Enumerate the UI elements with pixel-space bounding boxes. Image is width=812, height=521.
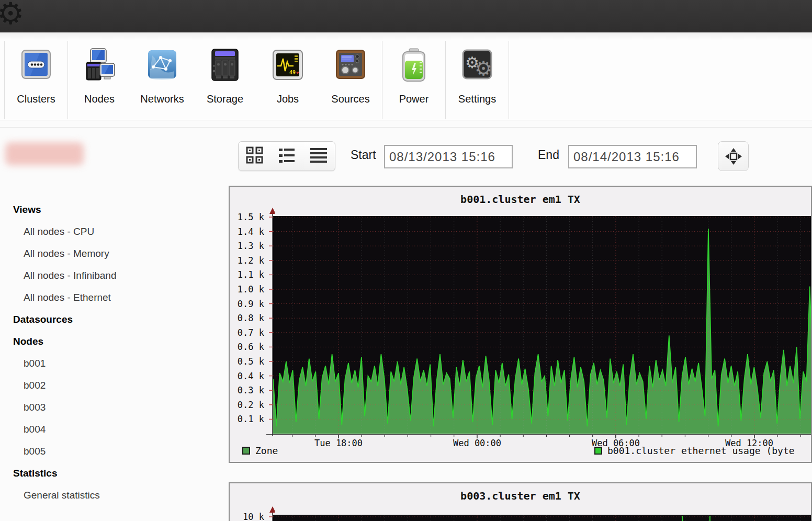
toolbar-group: ⚙⚙Settings: [446, 41, 509, 119]
x-tick-label: Tue 18:00: [307, 438, 370, 448]
sidebar-header-statistics[interactable]: Statistics: [0, 462, 229, 484]
app-window: ⚙ ClustersNodesNetworksStorage49♥JobsSou…: [0, 0, 812, 521]
storage-icon: [208, 48, 242, 85]
list-view-button[interactable]: [275, 145, 298, 168]
gear-icon[interactable]: ⚙: [0, 0, 24, 31]
sidebar: ViewsAll nodes - CPUAll nodes - MemoryAl…: [0, 128, 229, 521]
chart-title: b001.cluster em1 TX: [230, 193, 811, 206]
cluster-name-redacted[interactable]: [5, 142, 84, 165]
y-tick-label: 0.5 k: [233, 356, 264, 367]
toolbar-button-sources[interactable]: Sources: [319, 41, 382, 119]
y-axis: [267, 506, 275, 521]
y-tick-label: 0.9 k: [233, 299, 264, 309]
y-tick-label: 0.3 k: [233, 385, 264, 395]
sidebar-nav: ViewsAll nodes - CPUAll nodes - MemoryAl…: [0, 199, 229, 506]
svg-text:♥: ♥: [296, 70, 299, 75]
toolbar-button-jobs[interactable]: 49♥Jobs: [256, 41, 319, 119]
legend-item: Zone: [242, 445, 278, 456]
y-tick-label: 10 k: [233, 512, 264, 521]
toolbar-button-label: Settings: [458, 93, 496, 105]
sidebar-header-nodes[interactable]: Nodes: [0, 331, 229, 353]
svg-text:49: 49: [289, 70, 296, 75]
sidebar-header-views[interactable]: Views: [0, 199, 229, 221]
title-bar: ⚙: [0, 0, 812, 32]
y-axis: [267, 208, 275, 437]
y-tick-label: 1.2 k: [233, 255, 264, 266]
sidebar-item-all-nodes-memory[interactable]: All nodes - Memory: [0, 243, 229, 265]
toolbar-button-label: Clusters: [17, 93, 55, 105]
start-date-input[interactable]: [384, 145, 513, 168]
start-label: Start: [351, 148, 376, 162]
toolbar-button-nodes[interactable]: Nodes: [68, 41, 131, 119]
y-tick-label: 1.0 k: [233, 284, 264, 295]
chart-plot-area: [273, 515, 812, 521]
toolbar-button-power[interactable]: Power: [382, 41, 445, 119]
toolbar-button-label: Sources: [331, 93, 369, 105]
legend-label: Zone: [255, 445, 278, 456]
power-icon: [397, 48, 431, 85]
y-tick-label: 1.3 k: [233, 241, 264, 251]
toolbar-button-networks[interactable]: Networks: [131, 41, 194, 119]
toolbar-group: Clusters: [4, 41, 68, 119]
toolbar-button-storage[interactable]: Storage: [194, 41, 256, 119]
sidebar-item-b001[interactable]: b001: [0, 353, 229, 375]
sidebar-item-b005[interactable]: b005: [0, 440, 229, 462]
toolbar-button-label: Power: [399, 93, 429, 105]
sidebar-item-general-statistics[interactable]: General statistics: [0, 484, 229, 506]
grid-view-icon: [245, 145, 265, 167]
list-view-icon: [277, 145, 297, 167]
y-tick-label: 1.5 k: [233, 212, 264, 222]
toolbar-button-label: Jobs: [277, 93, 299, 105]
nodes-icon: [82, 48, 117, 85]
toolbar-button-label: Networks: [140, 93, 184, 105]
chart-title: b003.cluster em1 TX: [230, 490, 811, 502]
y-tick-label: 0.7 k: [233, 327, 264, 338]
chart-panel-b001[interactable]: b001.cluster em1 TX 1.5 k1.4 k1.3 k1.2 k…: [229, 186, 812, 463]
detail-view-icon: [309, 145, 329, 167]
sidebar-item-all-nodes-cpu[interactable]: All nodes - CPU: [0, 221, 229, 243]
networks-icon: [145, 48, 179, 85]
sidebar-item-b002[interactable]: b002: [0, 375, 229, 397]
detail-view-button[interactable]: [307, 145, 330, 168]
sidebar-header-datasources[interactable]: Datasources: [0, 309, 229, 331]
grid-view-button[interactable]: [243, 145, 266, 168]
toolbar-group: Power: [382, 41, 446, 119]
sidebar-item-all-nodes-ethernet[interactable]: All nodes - Ethernet: [0, 287, 229, 309]
y-tick-label: 1.4 k: [233, 226, 264, 237]
y-tick-label: 0.2 k: [233, 400, 264, 410]
y-tick-label: 0.6 k: [233, 342, 264, 352]
legend-item: b001.cluster ethernet usage (byte: [594, 445, 795, 456]
toolbar-button-label: Storage: [207, 93, 243, 105]
svg-text:⚙: ⚙: [475, 58, 492, 80]
main-toolbar: ClustersNodesNetworksStorage49♥JobsSourc…: [0, 32, 812, 120]
x-tick-label: Wed 00:00: [446, 438, 509, 448]
settings-icon: ⚙⚙: [460, 48, 494, 85]
jobs-icon: 49♥: [270, 48, 305, 85]
y-tick-label: 1.1 k: [233, 269, 264, 280]
end-label: End: [538, 148, 559, 162]
y-tick-label: 0.8 k: [233, 313, 264, 323]
toolbar-button-label: Nodes: [84, 93, 115, 105]
toolbar-button-settings[interactable]: ⚙⚙Settings: [446, 41, 509, 119]
chart-plot-area: [273, 216, 812, 434]
sidebar-item-b003[interactable]: b003: [0, 397, 229, 418]
y-tick-label: 0.4 k: [233, 371, 264, 381]
chart-panel-b003[interactable]: b003.cluster em1 TX 10 k: [229, 482, 812, 521]
sidebar-item-all-nodes-infiniband[interactable]: All nodes - Infiniband: [0, 265, 229, 287]
pan-move-icon: [724, 147, 743, 166]
sidebar-item-b004[interactable]: b004: [0, 418, 229, 440]
y-tick-label: 0.1 k: [233, 414, 264, 424]
legend-swatch-icon: [242, 447, 250, 455]
end-date-input[interactable]: [568, 145, 697, 168]
clusters-icon: [19, 48, 53, 85]
sources-icon: [333, 48, 368, 85]
toolbar-button-clusters[interactable]: Clusters: [5, 41, 67, 119]
toolbar-group: NodesNetworksStorage49♥JobsSources: [68, 41, 382, 119]
legend-swatch-icon: [594, 447, 602, 455]
view-toggle-group: [238, 141, 335, 171]
legend-label: b001.cluster ethernet usage (byte: [607, 445, 795, 456]
pan-move-button[interactable]: [718, 141, 749, 171]
